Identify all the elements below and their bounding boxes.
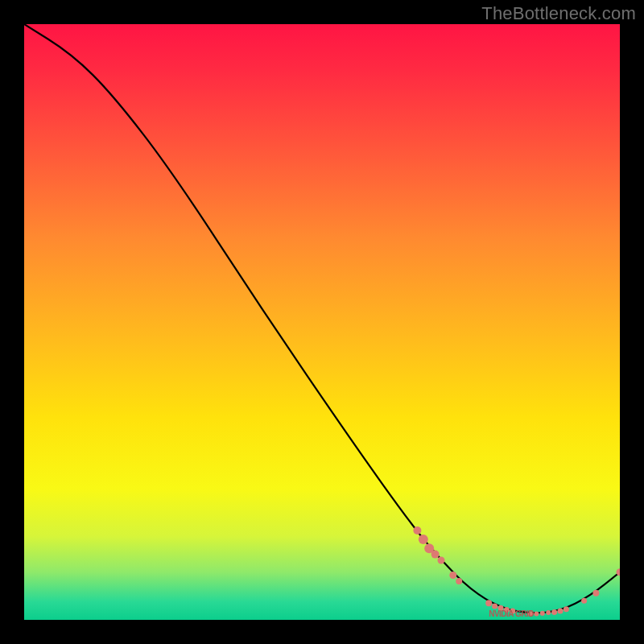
marker-dot xyxy=(546,610,551,615)
marker-dot xyxy=(492,603,497,609)
marker-dot xyxy=(558,608,564,613)
marker-dot xyxy=(540,611,545,616)
marker-dot xyxy=(485,600,492,606)
bottleneck-curve-path xyxy=(24,24,620,613)
marker-dot xyxy=(449,572,456,579)
marker-dot xyxy=(413,526,421,535)
marker-dot xyxy=(456,578,462,584)
marker-dot xyxy=(581,598,587,604)
marker-dot xyxy=(431,551,440,559)
marker-series-label: NVIDIA GRID xyxy=(489,609,534,618)
marker-dot xyxy=(419,535,428,544)
marker-dot xyxy=(592,590,599,597)
marker-dot xyxy=(534,612,539,617)
watermark-text: TheBottleneck.com xyxy=(481,3,636,24)
marker-dot xyxy=(438,557,445,564)
marker-dot xyxy=(551,609,557,615)
marker-group xyxy=(413,526,620,617)
marker-dot xyxy=(564,606,569,612)
chart-svg xyxy=(24,24,620,620)
plot-area: NVIDIA GRID xyxy=(24,24,620,620)
